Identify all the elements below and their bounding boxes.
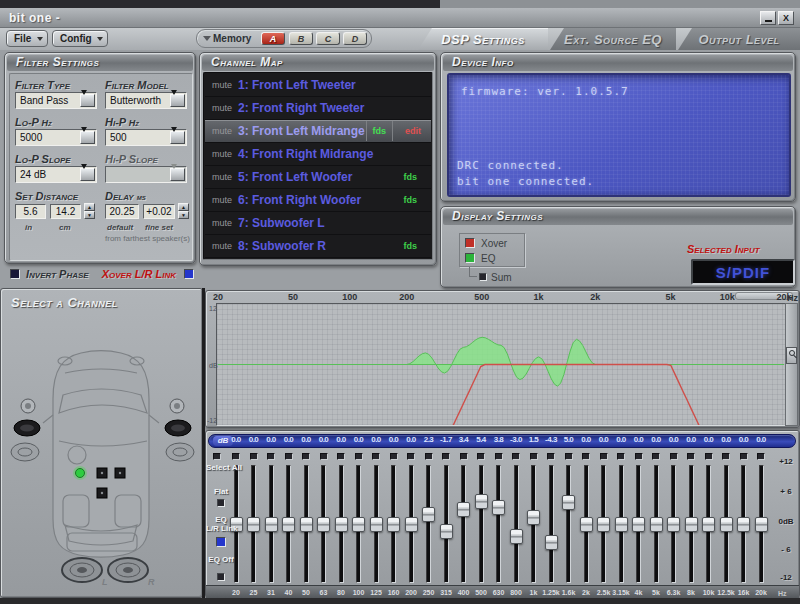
eq-slider-thumb[interactable] — [510, 529, 523, 544]
eq-slider-thumb[interactable] — [300, 517, 313, 532]
spin-down-icon[interactable]: ▼ — [84, 211, 95, 219]
eq-slider-thumb[interactable] — [440, 524, 453, 539]
lo-p-dropdown[interactable]: 5000 — [15, 129, 97, 146]
file-menu-button[interactable]: File — [6, 30, 48, 47]
band-select-checkbox[interactable] — [757, 453, 765, 460]
eq-slider-thumb[interactable] — [405, 517, 418, 532]
dropdown-button[interactable] — [80, 131, 95, 144]
hi-p-dropdown[interactable]: 500 — [105, 129, 187, 146]
band-select-checkbox[interactable] — [442, 453, 450, 460]
mute-button[interactable]: mute — [212, 103, 238, 113]
band-select-checkbox[interactable] — [372, 453, 380, 460]
band-select-checkbox[interactable] — [425, 453, 433, 460]
eq-off-checkbox[interactable] — [217, 573, 225, 581]
mute-button[interactable]: mute — [212, 241, 238, 251]
dropdown-button[interactable] — [80, 168, 95, 181]
band-select-checkbox[interactable] — [512, 453, 520, 460]
delay-spinner[interactable]: ▲ ▼ — [178, 203, 189, 219]
eq-slider-track[interactable] — [496, 465, 501, 583]
flat-checkbox[interactable] — [217, 499, 225, 507]
speaker-front-left-midrange-selected[interactable] — [76, 469, 85, 478]
mute-button[interactable]: mute — [212, 126, 238, 136]
eq-slider-thumb[interactable] — [247, 517, 260, 532]
mute-button[interactable]: mute — [212, 195, 238, 205]
band-select-checkbox[interactable] — [460, 453, 468, 460]
band-select-checkbox[interactable] — [547, 453, 555, 460]
eq-slider-thumb[interactable] — [335, 517, 348, 532]
band-select-checkbox[interactable] — [740, 453, 748, 460]
band-select-checkbox[interactable] — [495, 453, 503, 460]
eq-slider-thumb[interactable] — [597, 517, 610, 532]
eq-slider-thumb[interactable] — [545, 535, 558, 550]
mute-button[interactable]: mute — [212, 80, 238, 90]
band-select-checkbox[interactable] — [355, 453, 363, 460]
band-select-checkbox[interactable] — [722, 453, 730, 460]
config-menu-button[interactable]: Config — [52, 30, 108, 47]
eq-slider-thumb[interactable] — [755, 517, 768, 532]
memory-slot-a[interactable]: A — [261, 32, 285, 45]
channel-row[interactable]: mute2: Front Right Tweeter — [205, 97, 431, 120]
spin-down-icon[interactable]: ▼ — [178, 211, 189, 219]
band-select-checkbox[interactable] — [565, 453, 573, 460]
band-select-checkbox[interactable] — [652, 453, 660, 460]
xover-display-checkbox[interactable] — [465, 238, 475, 248]
memory-slot-b[interactable]: B — [289, 32, 313, 45]
eq-slider-track[interactable] — [514, 465, 519, 583]
eq-slider-thumb[interactable] — [352, 517, 365, 532]
band-select-checkbox[interactable] — [617, 453, 625, 460]
channel-row[interactable]: mute7: Subwoofer L — [205, 212, 431, 235]
band-select-checkbox[interactable] — [670, 453, 678, 460]
speaker-front-right-woofer[interactable] — [166, 443, 194, 461]
channel-row[interactable]: mute4: Front Right Midrange — [205, 143, 431, 166]
band-select-checkbox[interactable] — [582, 453, 590, 460]
graph-zoom-strip[interactable] — [785, 303, 798, 426]
eq-slider-track[interactable] — [549, 465, 554, 583]
eq-slider-thumb[interactable] — [667, 517, 680, 532]
eq-slider-thumb[interactable] — [685, 517, 698, 532]
band-select-checkbox[interactable] — [250, 453, 258, 460]
filter-model-dropdown[interactable]: Butterworth — [105, 92, 187, 109]
zoom-button[interactable] — [786, 347, 797, 364]
xover-link-checkbox[interactable] — [184, 269, 194, 279]
eq-slider-thumb[interactable] — [720, 517, 733, 532]
eq-slider-thumb[interactable] — [317, 517, 330, 532]
tab-output-level[interactable]: Output Level — [678, 28, 800, 50]
dropdown-button[interactable] — [170, 94, 185, 107]
eq-slider-thumb[interactable] — [650, 517, 663, 532]
close-button[interactable]: X — [778, 11, 794, 25]
band-select-checkbox[interactable] — [477, 453, 485, 460]
eq-slider-thumb[interactable] — [475, 494, 488, 509]
mute-button[interactable]: mute — [212, 172, 238, 182]
band-select-checkbox[interactable] — [232, 453, 240, 460]
band-select-checkbox[interactable] — [267, 453, 275, 460]
sum-checkbox[interactable] — [479, 273, 487, 281]
eq-slider-thumb[interactable] — [737, 517, 750, 532]
band-select-checkbox[interactable] — [320, 453, 328, 460]
dropdown-button[interactable] — [80, 94, 95, 107]
speaker-front-left-woofer[interactable] — [11, 443, 39, 461]
memory-slot-c[interactable]: C — [316, 32, 340, 45]
lo-p-slope-dropdown[interactable]: 24 dB — [15, 166, 97, 183]
eq-slider-thumb[interactable] — [580, 517, 593, 532]
mute-button[interactable]: mute — [212, 218, 238, 228]
eq-display-checkbox[interactable] — [465, 253, 475, 263]
band-select-checkbox[interactable] — [600, 453, 608, 460]
eq-slider-thumb[interactable] — [527, 510, 540, 525]
distance-spinner[interactable]: ▲ ▼ — [84, 203, 95, 219]
titlebar[interactable]: bit one - X — [0, 8, 800, 28]
minimize-button[interactable] — [760, 11, 776, 25]
spin-up-icon[interactable]: ▲ — [84, 203, 95, 211]
eq-slider-thumb[interactable] — [370, 517, 383, 532]
select-all-checkbox[interactable] — [213, 453, 221, 460]
band-select-checkbox[interactable] — [390, 453, 398, 460]
filter-type-dropdown[interactable]: Band Pass — [15, 92, 97, 109]
eq-slider-thumb[interactable] — [387, 517, 400, 532]
invert-phase-checkbox[interactable] — [10, 269, 20, 279]
band-select-checkbox[interactable] — [705, 453, 713, 460]
eq-slider-thumb[interactable] — [282, 517, 295, 532]
channel-row[interactable]: mute5: Front Left Wooferfds — [205, 166, 431, 189]
memory-arrow-icon[interactable] — [203, 36, 211, 45]
dropdown-button[interactable] — [170, 131, 185, 144]
band-select-checkbox[interactable] — [635, 453, 643, 460]
delay-default-field[interactable]: 20.25 — [105, 204, 139, 219]
